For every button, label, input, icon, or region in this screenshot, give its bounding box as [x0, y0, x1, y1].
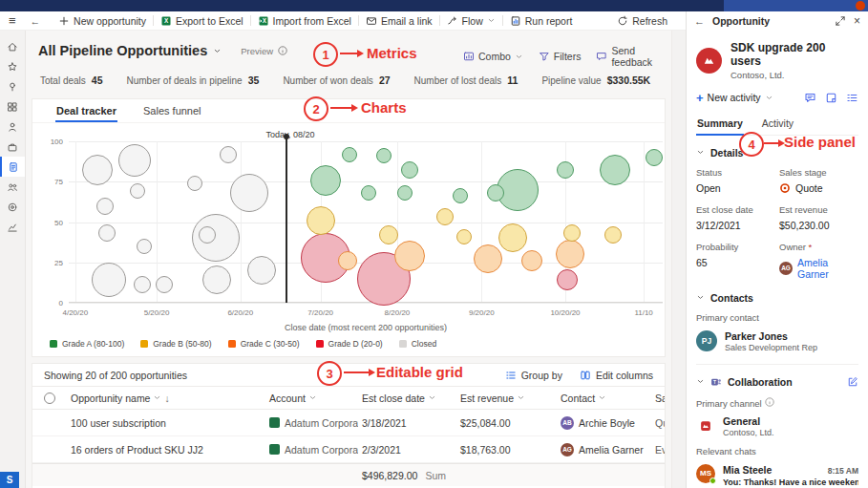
panel-back-icon[interactable]: ←: [694, 15, 705, 27]
chart-bubble-grade-A[interactable]: [453, 188, 468, 203]
preview-toggle[interactable]: Preview: [241, 45, 288, 56]
chart-bubble-grade-closed[interactable]: [96, 198, 114, 215]
chevron-down-icon[interactable]: [696, 377, 705, 386]
sidebar-item-competitors[interactable]: [0, 197, 25, 217]
compose-icon[interactable]: [847, 376, 858, 388]
sidebar-item-recent[interactable]: [0, 56, 25, 76]
cell-opportunity-name[interactable]: 16 orders of Product SKU JJ2: [67, 444, 265, 456]
sidebar-item-dashboards[interactable]: [0, 96, 25, 117]
chat-item[interactable]: MSMia Steele8:15 AMYou: Thanks! Have a n…: [696, 464, 858, 487]
panel-tab-summary[interactable]: Summary: [696, 114, 744, 135]
tab-deal-tracker[interactable]: Deal tracker: [55, 101, 117, 121]
group-by-button[interactable]: Group by: [505, 370, 562, 381]
tasks-icon[interactable]: [846, 92, 858, 104]
sidebar-item-contacts[interactable]: [0, 177, 25, 197]
chart-bubble-grade-C[interactable]: [338, 251, 357, 270]
close-panel-icon[interactable]: ×: [854, 14, 860, 28]
chart-bubble-grade-closed[interactable]: [137, 239, 152, 254]
chart-bubble-grade-closed[interactable]: [220, 146, 237, 163]
toolbar-new-opportunity[interactable]: New opportunity: [52, 11, 153, 30]
user-avatar[interactable]: [856, 1, 865, 11]
cell-opportunity-name[interactable]: 100 user subscription: [67, 417, 265, 429]
main-scrollbar[interactable]: [671, 31, 686, 488]
chart-bubble-grade-closed[interactable]: [199, 226, 216, 244]
chart-bubble-grade-closed[interactable]: [130, 183, 145, 199]
chart-bubble-grade-closed[interactable]: [230, 174, 268, 212]
back-arrow-icon[interactable]: ←: [25, 15, 53, 27]
chart-bubble-grade-B[interactable]: [498, 223, 527, 252]
chart-bubble-grade-closed[interactable]: [92, 263, 126, 297]
chat-icon[interactable]: [804, 92, 816, 104]
cell-est-close-date[interactable]: 3/18/2021: [358, 417, 456, 429]
sidebar-item-pinned[interactable]: [0, 76, 25, 96]
chevron-down-icon[interactable]: [696, 293, 705, 302]
chart-bubble-grade-closed[interactable]: [202, 265, 231, 294]
chart-bubble-grade-A[interactable]: [557, 161, 574, 179]
chart-bubble-grade-A[interactable]: [342, 147, 357, 162]
channel-row[interactable]: General Contoso, Ltd.: [696, 415, 858, 437]
chart-bubble-grade-closed[interactable]: [187, 176, 202, 191]
chevron-down-icon[interactable]: [765, 94, 773, 102]
filters-button[interactable]: Filters: [539, 51, 582, 62]
chevron-down-icon[interactable]: [696, 148, 705, 157]
chart-bubble-grade-A[interactable]: [376, 148, 392, 163]
taskbar-start-badge[interactable]: S: [0, 472, 19, 488]
toolbar-flow[interactable]: Flow: [440, 11, 502, 30]
toolbar-email-a-link[interactable]: Email a link: [359, 11, 439, 30]
column-header-opportunity-name[interactable]: Opportunity name↓: [67, 393, 265, 404]
column-header-contact[interactable]: Contact: [557, 393, 651, 404]
cell-account[interactable]: Adatum Corporation: [265, 444, 358, 456]
chart-bubble-grade-B[interactable]: [456, 229, 472, 244]
chart-bubble-grade-B[interactable]: [379, 225, 398, 244]
view-title[interactable]: All Pipeline Opportunities: [38, 43, 207, 58]
note-icon[interactable]: [825, 92, 837, 104]
field-value[interactable]: AGAmelia Garner: [779, 257, 858, 280]
chart-bubble-grade-closed[interactable]: [247, 256, 276, 285]
sidebar-item-deals[interactable]: [0, 137, 25, 157]
column-header-account[interactable]: Account: [265, 393, 358, 404]
toolbar-export-to-excel[interactable]: XExport to Excel: [154, 11, 250, 30]
chart-bubble-grade-C[interactable]: [521, 250, 542, 271]
chart-bubble-grade-C[interactable]: [556, 240, 584, 268]
chart-bubble-grade-closed[interactable]: [156, 276, 173, 293]
table-row[interactable]: 16 orders of Product SKU JJ2Adatum Corpo…: [32, 436, 665, 463]
chart-bubble-grade-A[interactable]: [646, 149, 663, 166]
primary-contact-card[interactable]: PJ Parker Jones Sales Development Rep: [696, 330, 858, 352]
toolbar-run-report[interactable]: Run report: [503, 11, 580, 30]
sidebar-item-reports[interactable]: [0, 217, 25, 237]
chart-bubble-grade-A[interactable]: [361, 185, 376, 201]
chart-bubble-grade-closed[interactable]: [118, 144, 151, 177]
edit-columns-button[interactable]: Edit columns: [580, 370, 653, 381]
table-row[interactable]: 100 user subscriptionAdatum Corporation3…: [32, 410, 665, 436]
cell-est-close-date[interactable]: 2/3/2021: [358, 444, 456, 456]
chart-bubble-grade-A[interactable]: [401, 161, 418, 179]
tab-sales-funnel[interactable]: Sales funnel: [142, 101, 202, 121]
column-header-est-close-date[interactable]: Est close date: [358, 393, 456, 404]
expand-panel-icon[interactable]: [835, 15, 846, 27]
sidebar-item-accounts[interactable]: [0, 117, 25, 137]
chart-bubble-grade-A[interactable]: [310, 165, 341, 196]
chart-bubble-grade-C[interactable]: [394, 241, 425, 271]
new-activity-button[interactable]: New activity: [708, 92, 761, 103]
chart-bubble-grade-closed[interactable]: [98, 224, 116, 242]
chart-bubble-grade-B[interactable]: [604, 226, 622, 244]
cell-est-revenue[interactable]: $25,084.00: [456, 417, 557, 429]
combo-chart-selector[interactable]: Combo: [463, 51, 523, 62]
cell-account[interactable]: Adatum Corporation: [265, 417, 358, 429]
cell-contact[interactable]: AGAmelia Garner: [557, 443, 651, 456]
refresh-button[interactable]: Refresh: [610, 11, 674, 30]
sidebar-item-opportunities[interactable]: [0, 157, 25, 177]
chart-bubble-grade-B[interactable]: [563, 224, 581, 242]
chart-bubble-grade-B[interactable]: [436, 208, 454, 225]
send-feedback-button[interactable]: Send feedback: [596, 45, 671, 68]
cell-contact[interactable]: ABArchie Boyle: [557, 416, 651, 430]
hamburger-menu-icon[interactable]: ≡: [0, 13, 25, 28]
toolbar-import-from-excel[interactable]: XImport from Excel: [251, 11, 358, 30]
column-header-est-revenue[interactable]: Est revenue: [456, 393, 557, 404]
chart-bubble-grade-C[interactable]: [474, 244, 502, 273]
cell-est-revenue[interactable]: $18,763.00: [456, 444, 557, 456]
chart-bubble-grade-A[interactable]: [397, 185, 413, 201]
chevron-down-icon[interactable]: [213, 47, 222, 55]
select-all-checkbox[interactable]: [44, 393, 55, 404]
chart-bubble-grade-B[interactable]: [307, 206, 335, 235]
